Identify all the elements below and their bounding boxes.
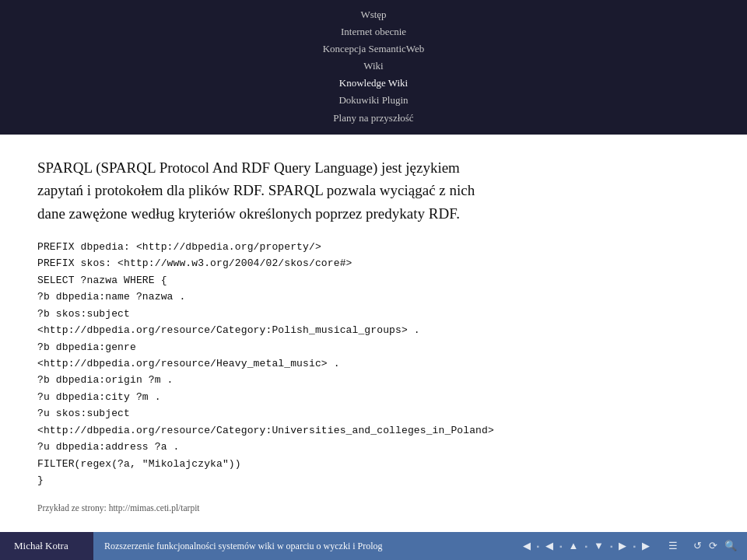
intro-line1: SPARQL (SPARQL Protocol And RDF Query La… bbox=[37, 159, 460, 176]
code-block: PREFIX dbpedia: <http://dbpedia.org/prop… bbox=[37, 239, 710, 489]
menu-icon[interactable]: ☰ bbox=[666, 538, 680, 554]
nav-controls: ◀ ▪ ◀ ▪ ▲ ▪ ▼ ▪ ▶ ▪ ▶ ☰ ↺ ⟳ 🔍 bbox=[513, 532, 747, 560]
search-btn[interactable]: 🔍 bbox=[722, 538, 739, 554]
presentation-title: Rozszerzenie funkcjonalności systemów wi… bbox=[93, 532, 513, 560]
prev-slide-btn[interactable]: ◀ bbox=[543, 538, 556, 554]
main-content: SPARQL (SPARQL Protocol And RDF Query La… bbox=[0, 135, 747, 532]
nav-item-plany[interactable]: Plany na przyszłość bbox=[0, 110, 747, 127]
last-slide-btn[interactable]: ▶ bbox=[640, 538, 652, 554]
top-navigation: Wstęp Internet obecnie Koncepcja Semanti… bbox=[0, 0, 747, 135]
intro-line3: dane zawężone według kryteriów określony… bbox=[37, 205, 460, 222]
nav-item-wiki[interactable]: Wiki bbox=[0, 58, 747, 75]
prev-section-btn[interactable]: ▲ bbox=[566, 538, 581, 554]
zoom-in-btn[interactable]: ⟳ bbox=[707, 538, 720, 554]
source-note: Przykład ze strony: http://mimas.ceti.pl… bbox=[37, 503, 710, 513]
nav-item-dokuwiki[interactable]: Dokuwiki Plugin bbox=[0, 92, 747, 109]
nav-item-internet[interactable]: Internet obecnie bbox=[0, 23, 747, 40]
next-slide-btn[interactable]: ▶ bbox=[616, 538, 629, 554]
next-section-btn[interactable]: ▼ bbox=[591, 538, 606, 554]
intro-paragraph: SPARQL (SPARQL Protocol And RDF Query La… bbox=[37, 156, 710, 225]
zoom-out-btn[interactable]: ↺ bbox=[691, 538, 704, 554]
author-label: Michał Kotra bbox=[0, 532, 93, 560]
bottom-bar: Michał Kotra Rozszerzenie funkcjonalnośc… bbox=[0, 532, 747, 560]
nav-item-knowledge[interactable]: Knowledge Wiki bbox=[0, 75, 747, 92]
intro-line2: zapytań i protokołem dla plików RDF. SPA… bbox=[37, 182, 475, 198]
nav-item-koncepcja[interactable]: Koncepcja SemanticWeb bbox=[0, 40, 747, 58]
first-slide-btn[interactable]: ◀ bbox=[521, 538, 533, 554]
nav-item-wstep[interactable]: Wstęp bbox=[0, 6, 747, 23]
